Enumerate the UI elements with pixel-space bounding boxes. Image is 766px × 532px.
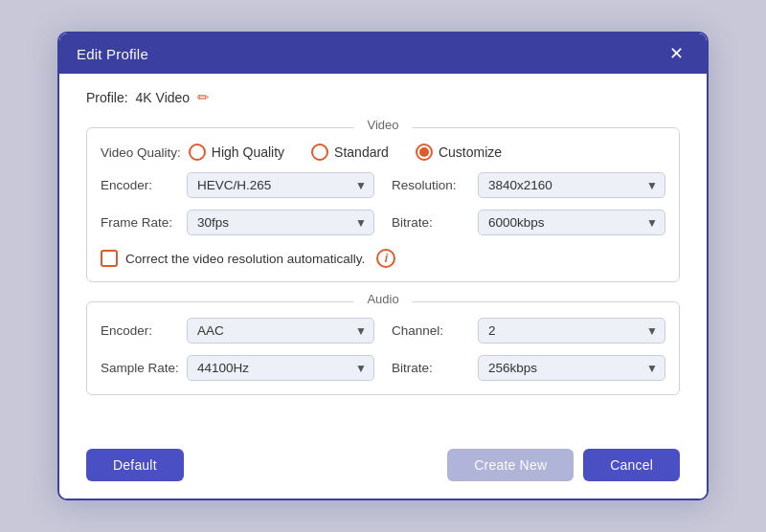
video-bitrate-label: Bitrate: — [392, 215, 470, 230]
audio-bitrate-select-wrap: 256kbps 128kbps 320kbps ▼ — [478, 355, 665, 381]
video-section: Video Video Quality: High Quality Standa… — [86, 127, 680, 282]
radio-label-standard: Standard — [334, 144, 389, 160]
audio-bitrate-select[interactable]: 256kbps 128kbps 320kbps — [478, 355, 665, 381]
audio-channel-label: Channel: — [392, 323, 470, 338]
info-icon[interactable]: i — [376, 249, 395, 268]
auto-correct-checkbox[interactable] — [101, 250, 118, 267]
video-resolution-select[interactable]: 3840x2160 1920x1080 1280x720 — [478, 172, 665, 198]
video-framerate-select-wrap: 30fps 24fps 60fps ▼ — [187, 210, 374, 235]
footer-right-buttons: Create New Cancel — [447, 449, 680, 481]
audio-channel-select-wrap: 2 1 6 ▼ — [478, 318, 665, 344]
audio-samplerate-field: Sample Rate: 44100Hz 48000Hz 22050Hz ▼ — [101, 355, 374, 381]
radio-high-quality[interactable]: High Quality — [189, 144, 284, 161]
auto-correct-label: Correct the video resolution automatical… — [125, 252, 365, 266]
audio-encoder-select-wrap: AAC MP3 AC3 ▼ — [187, 318, 374, 344]
edit-profile-icon[interactable]: ✏ — [197, 89, 210, 106]
radio-circle-high — [189, 144, 206, 161]
profile-name: 4K Video — [136, 90, 191, 105]
video-encoder-resolution-row: Encoder: HEVC/H.265 H.264 VP9 ▼ — [101, 172, 665, 235]
dialog-footer: Default Create New Cancel — [59, 435, 707, 499]
radio-standard[interactable]: Standard — [311, 144, 389, 161]
audio-encoder-select[interactable]: AAC MP3 AC3 — [187, 318, 374, 344]
audio-section: Audio Encoder: AAC MP3 AC3 — [86, 301, 680, 395]
create-new-button[interactable]: Create New — [447, 449, 574, 481]
audio-encoder-label: Encoder: — [101, 323, 179, 338]
profile-row: Profile: 4K Video ✏ — [86, 89, 680, 106]
radio-label-customize: Customize — [439, 144, 502, 160]
video-resolution-select-wrap: 3840x2160 1920x1080 1280x720 ▼ — [478, 172, 665, 198]
audio-fields-row: Encoder: AAC MP3 AC3 ▼ Sam — [101, 318, 665, 381]
video-section-title: Video — [353, 118, 412, 132]
video-right-col: Resolution: 3840x2160 1920x1080 1280x720… — [392, 172, 665, 235]
radio-customize[interactable]: Customize — [416, 144, 502, 161]
radio-circle-standard — [311, 144, 328, 161]
audio-bitrate-label: Bitrate: — [392, 361, 470, 375]
audio-channel-select[interactable]: 2 1 6 — [478, 318, 665, 344]
audio-encoder-field: Encoder: AAC MP3 AC3 ▼ — [101, 318, 374, 344]
audio-bitrate-field: Bitrate: 256kbps 128kbps 320kbps ▼ — [392, 355, 665, 381]
radio-circle-customize — [416, 144, 433, 161]
video-left-col: Encoder: HEVC/H.265 H.264 VP9 ▼ — [101, 172, 374, 235]
video-section-content: Video Quality: High Quality Standard — [101, 144, 665, 268]
dialog-title: Edit Profile — [77, 46, 148, 62]
video-framerate-label: Frame Rate: — [101, 215, 179, 230]
cancel-button[interactable]: Cancel — [583, 449, 680, 481]
audio-channel-field: Channel: 2 1 6 ▼ — [392, 318, 665, 344]
video-framerate-select[interactable]: 30fps 24fps 60fps — [187, 210, 374, 235]
video-bitrate-select[interactable]: 6000kbps 4000kbps 8000kbps — [478, 210, 665, 235]
video-resolution-label: Resolution: — [392, 178, 470, 192]
video-quality-radio-group: High Quality Standard Customize — [189, 144, 665, 161]
close-button[interactable]: ✕ — [664, 43, 689, 64]
auto-correct-row: Correct the video resolution automatical… — [101, 249, 665, 268]
audio-left-col: Encoder: AAC MP3 AC3 ▼ Sam — [101, 318, 374, 381]
audio-section-title: Audio — [353, 292, 412, 306]
video-framerate-field: Frame Rate: 30fps 24fps 60fps ▼ — [101, 210, 374, 235]
video-quality-label: Video Quality: — [101, 145, 181, 160]
video-resolution-field: Resolution: 3840x2160 1920x1080 1280x720… — [392, 172, 665, 198]
radio-label-high: High Quality — [212, 144, 284, 160]
video-bitrate-field: Bitrate: 6000kbps 4000kbps 8000kbps ▼ — [392, 210, 665, 235]
video-encoder-select-wrap: HEVC/H.265 H.264 VP9 ▼ — [187, 172, 374, 198]
audio-samplerate-select-wrap: 44100Hz 48000Hz 22050Hz ▼ — [187, 355, 374, 381]
audio-right-col: Channel: 2 1 6 ▼ Bitrate: — [392, 318, 665, 381]
audio-samplerate-label: Sample Rate: — [101, 361, 179, 375]
video-encoder-field: Encoder: HEVC/H.265 H.264 VP9 ▼ — [101, 172, 374, 198]
default-button[interactable]: Default — [86, 449, 184, 481]
title-bar: Edit Profile ✕ — [59, 33, 707, 74]
audio-section-content: Encoder: AAC MP3 AC3 ▼ Sam — [101, 318, 665, 381]
edit-profile-dialog: Edit Profile ✕ Profile: 4K Video ✏ Video… — [57, 32, 709, 500]
video-encoder-select[interactable]: HEVC/H.265 H.264 VP9 — [187, 172, 374, 198]
audio-samplerate-select[interactable]: 44100Hz 48000Hz 22050Hz — [187, 355, 374, 381]
video-quality-row: Video Quality: High Quality Standard — [101, 144, 665, 161]
video-bitrate-select-wrap: 6000kbps 4000kbps 8000kbps ▼ — [478, 210, 665, 235]
profile-label: Profile: — [86, 90, 128, 105]
video-encoder-label: Encoder: — [101, 178, 179, 192]
dialog-body: Profile: 4K Video ✏ Video Video Quality:… — [59, 74, 707, 435]
